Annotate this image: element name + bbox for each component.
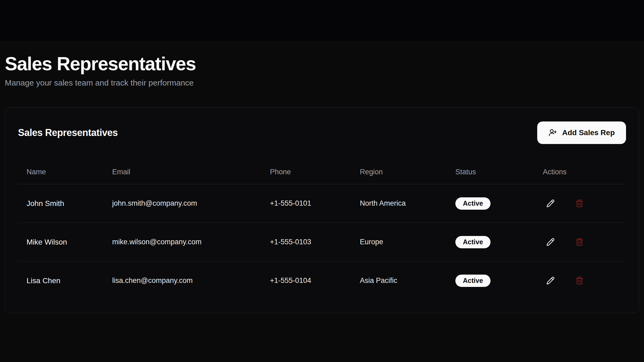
delete-button[interactable] <box>572 235 587 250</box>
rep-region: Europe <box>351 223 447 261</box>
rep-email: lisa.chen@company.com <box>104 261 261 300</box>
status-badge: Active <box>455 275 491 287</box>
rep-name: Mike Wilson <box>18 223 104 261</box>
column-header-name: Name <box>18 160 104 184</box>
table-row: Lisa Chen lisa.chen@company.com +1-555-0… <box>18 261 626 300</box>
column-header-email: Email <box>104 160 261 184</box>
edit-button[interactable] <box>543 235 558 250</box>
page-container: Sales Representatives Manage your sales … <box>0 41 644 313</box>
page-title: Sales Representatives <box>5 54 639 74</box>
table-row: Mike Wilson mike.wilson@company.com +1-5… <box>18 223 626 261</box>
status-badge: Active <box>455 197 491 210</box>
card-header: Sales Representatives Add Sales Rep <box>18 121 626 144</box>
delete-button[interactable] <box>572 196 587 211</box>
status-badge: Active <box>455 236 491 248</box>
column-header-status: Status <box>447 160 534 184</box>
edit-button[interactable] <box>543 273 558 288</box>
edit-button[interactable] <box>543 196 558 211</box>
rep-phone: +1-555-0104 <box>261 261 351 300</box>
pencil-icon <box>546 238 555 246</box>
trash-icon <box>575 238 584 246</box>
rep-region: North America <box>351 184 447 223</box>
column-header-phone: Phone <box>261 160 351 184</box>
user-plus-icon <box>548 128 557 137</box>
sales-reps-card: Sales Representatives Add Sales Rep <box>5 107 639 313</box>
rep-region: Asia Pacific <box>351 261 447 300</box>
pencil-icon <box>546 199 555 208</box>
trash-icon <box>575 276 584 285</box>
pencil-icon <box>546 276 555 285</box>
rep-email: mike.wilson@company.com <box>104 223 261 261</box>
rep-phone: +1-555-0103 <box>261 223 351 261</box>
rep-name: John Smith <box>18 184 104 223</box>
rep-phone: +1-555-0101 <box>261 184 351 223</box>
column-header-region: Region <box>351 160 447 184</box>
top-nav-band <box>0 0 644 41</box>
column-header-actions: Actions <box>534 160 626 184</box>
rep-name: Lisa Chen <box>18 261 104 300</box>
add-sales-rep-label: Add Sales Rep <box>562 128 615 137</box>
card-title: Sales Representatives <box>18 127 118 138</box>
trash-icon <box>575 199 584 208</box>
page-subtitle: Manage your sales team and track their p… <box>5 78 639 87</box>
table-row: John Smith john.smith@company.com +1-555… <box>18 184 626 223</box>
table-header-row: Name Email Phone Region Status Actions <box>18 160 626 184</box>
add-sales-rep-button[interactable]: Add Sales Rep <box>537 121 626 144</box>
sales-reps-table: Name Email Phone Region Status Actions J… <box>18 160 626 300</box>
rep-email: john.smith@company.com <box>104 184 261 223</box>
delete-button[interactable] <box>572 273 587 288</box>
